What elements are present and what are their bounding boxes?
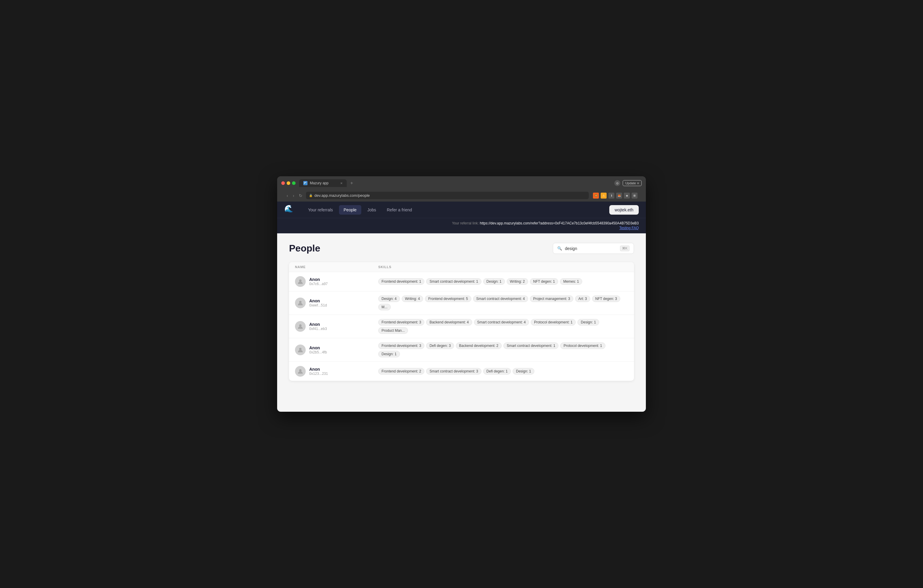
update-button[interactable]: Update ≡ (622, 180, 642, 186)
person-name: Anon (309, 277, 328, 282)
extension-icon-2[interactable]: ⊞ (632, 193, 637, 199)
skill-tag: M... (378, 304, 391, 310)
tab-close-icon[interactable]: ✕ (340, 182, 343, 185)
svg-point-4 (299, 369, 302, 371)
testing-faq-link[interactable]: Testing FAQ (284, 226, 639, 230)
skill-tag: NFT degen: 1 (530, 278, 558, 285)
brave-shield-icon[interactable]: 🦁 (593, 193, 599, 199)
avatar (295, 345, 305, 355)
search-input[interactable] (565, 246, 617, 251)
skill-tag: Smart contract development: 1 (426, 278, 481, 285)
skills-cell: Frontend development: 1 Smart contract d… (378, 278, 628, 285)
app-logo: 🌊 (284, 205, 295, 215)
profile-icon: ⊙ (614, 180, 620, 186)
new-tab-button[interactable]: + (348, 179, 355, 187)
table-row[interactable]: Anon 0x123...231 Frontend development: 2… (289, 362, 634, 381)
table-row[interactable]: Anon 0xeef...51d Design: 4 Writing: 4 Fr… (289, 291, 634, 315)
referral-link[interactable]: https://dev.app.mazurylabs.com/refer?add… (480, 221, 639, 225)
wallet-button[interactable]: wojtek.eth (609, 205, 639, 215)
svg-point-1 (299, 301, 302, 303)
skill-tag: Protocol development: 1 (531, 319, 576, 325)
avatar (295, 321, 305, 332)
traffic-lights (281, 181, 296, 185)
skill-tag: Smart contract development: 1 (503, 342, 558, 349)
maximize-button[interactable] (292, 181, 296, 185)
nav-your-referrals[interactable]: Your referrals (303, 205, 338, 215)
skill-tag: Art: 3 (575, 296, 590, 302)
skill-tag: Writing: 4 (402, 296, 423, 302)
skill-tag: Product Man... (378, 327, 408, 334)
person-cell: Anon 0x7c6...a97 (295, 276, 378, 287)
person-info: Anon 0xeef...51d (309, 299, 327, 307)
skill-tag: Memes: 1 (560, 278, 582, 285)
skills-cell: Frontend development: 3 Backend developm… (378, 319, 628, 334)
skill-tag: Backend development: 2 (456, 342, 502, 349)
table-header: NAME SKILLS (289, 262, 634, 272)
skills-column-header: SKILLS (378, 265, 628, 269)
table-row[interactable]: Anon 0x7c6...a97 Frontend development: 1… (289, 272, 634, 291)
skill-tag: Writing: 2 (507, 278, 528, 285)
referral-prefix: Your referral link: (452, 221, 479, 225)
person-name: Anon (309, 299, 327, 303)
brave-rewards-icon[interactable]: 🦊 (616, 193, 622, 199)
table-row[interactable]: Anon 0xf41...eb3 Frontend development: 3… (289, 315, 634, 338)
browser-extension-icons: ⊙ Update ≡ (614, 180, 642, 186)
info-icon[interactable]: ℹ (608, 193, 614, 199)
skill-tag: Frontend development: 1 (378, 278, 424, 285)
menu-icon: ≡ (637, 181, 639, 185)
browser-titlebar: 🌊 Mazury app ✕ + ⊙ Update ≡ ‹ › ↻ (277, 176, 646, 202)
skills-cell: Frontend development: 2 Smart contract d… (378, 368, 628, 374)
minimize-button[interactable] (287, 181, 290, 185)
person-address: 0x123...231 (309, 371, 328, 376)
skill-tag: Project management: 3 (530, 296, 573, 302)
svg-point-2 (299, 324, 302, 327)
browser-tabs: 🌊 Mazury app ✕ + (299, 179, 612, 187)
forward-button[interactable]: › (292, 193, 296, 199)
main-content: People 🔍 ⌘K NAME SKILLS (277, 233, 646, 412)
person-info: Anon 0x123...231 (309, 367, 328, 376)
person-cell: Anon 0xeef...51d (295, 297, 378, 308)
active-tab[interactable]: 🌊 Mazury app ✕ (299, 179, 347, 187)
avatar (295, 366, 305, 377)
skill-tag: Protocol development: 1 (560, 342, 605, 349)
person-name: Anon (309, 322, 327, 327)
close-button[interactable] (281, 181, 285, 185)
skill-tag: NFT degen: 3 (592, 296, 620, 302)
person-address: 0xeef...51d (309, 303, 327, 307)
browser-controls: 🌊 Mazury app ✕ + ⊙ Update ≡ (281, 179, 642, 187)
tab-favicon: 🌊 (303, 181, 307, 185)
avatar (295, 276, 305, 287)
nav-jobs[interactable]: Jobs (363, 205, 381, 215)
skill-tag: Frontend development: 2 (378, 368, 424, 374)
skill-tag: Frontend development: 3 (378, 319, 424, 325)
people-table: NAME SKILLS Anon 0x7 (289, 262, 634, 381)
avatar (295, 297, 305, 308)
person-info: Anon 0xf41...eb3 (309, 322, 327, 331)
refresh-button[interactable]: ↻ (298, 193, 304, 199)
nav-refer-a-friend[interactable]: Refer a friend (382, 205, 417, 215)
name-column-header: NAME (295, 265, 378, 269)
back-button[interactable]: ‹ (286, 193, 289, 199)
table-row[interactable]: Anon 0x2b5...4fb Frontend development: 3… (289, 338, 634, 362)
skill-tag: Design: 4 (378, 296, 400, 302)
nav-people[interactable]: People (339, 205, 361, 215)
search-box[interactable]: 🔍 ⌘K (553, 243, 634, 254)
person-name: Anon (309, 345, 327, 350)
referral-bar: Your referral link: https://dev.app.mazu… (277, 218, 646, 233)
page-title: People (289, 243, 320, 254)
person-cell: Anon 0x2b5...4fb (295, 345, 378, 355)
search-shortcut: ⌘K (620, 246, 629, 251)
nav-links: Your referrals People Jobs Refer a frien… (303, 205, 609, 215)
extension-icon-1[interactable]: ◈ (624, 193, 630, 199)
person-cell: Anon 0x123...231 (295, 366, 378, 377)
app-content: 🌊 Your referrals People Jobs Refer a fri… (277, 202, 646, 412)
browser-toolbar: ‹ › ↻ 🔒 dev.app.mazurylabs.com/people 🦁 … (281, 189, 642, 202)
skill-tag: Frontend development: 5 (425, 296, 471, 302)
address-bar[interactable]: 🔒 dev.app.mazurylabs.com/people (306, 192, 589, 199)
svg-point-0 (299, 279, 302, 282)
svg-point-3 (299, 348, 302, 350)
skill-tag: Design: 1 (578, 319, 599, 325)
app-nav: 🌊 Your referrals People Jobs Refer a fri… (277, 202, 646, 218)
browser-window: 🌊 Mazury app ✕ + ⊙ Update ≡ ‹ › ↻ (277, 176, 646, 412)
person-info: Anon 0x7c6...a97 (309, 277, 328, 286)
